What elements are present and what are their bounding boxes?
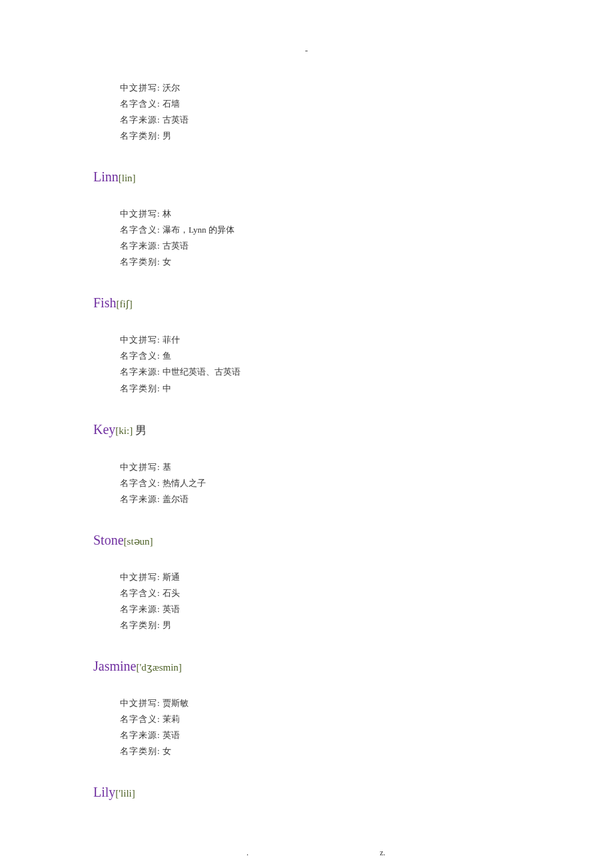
row-value: 中 bbox=[163, 383, 171, 393]
row-value: 沃尔 bbox=[163, 83, 180, 93]
detail-row: 名字类别: 中 bbox=[120, 381, 520, 397]
row-value: 菲什 bbox=[163, 335, 180, 345]
detail-row: 中文拼写: 基 bbox=[120, 459, 520, 475]
entry-heading: Jasmine['dʒæsmin] bbox=[93, 659, 520, 674]
detail-row: 中文拼写: 沃尔 bbox=[120, 80, 520, 96]
detail-row: 名字来源: 英语 bbox=[120, 601, 520, 617]
row-label: 中文拼写: bbox=[120, 462, 161, 472]
row-label: 名字类别: bbox=[120, 257, 161, 267]
row-label: 中文拼写: bbox=[120, 698, 161, 708]
row-label: 名字含义: bbox=[120, 351, 161, 361]
entry-pronunciation: [fiʃ] bbox=[116, 299, 132, 309]
row-value: 基 bbox=[163, 462, 171, 472]
entry-name: Key bbox=[93, 422, 115, 437]
row-value: 女 bbox=[163, 746, 171, 756]
row-label: 名字来源: bbox=[120, 115, 161, 125]
row-label: 名字类别: bbox=[120, 131, 161, 141]
row-label: 名字来源: bbox=[120, 367, 161, 377]
detail-row: 名字来源: 中世纪英语、古英语 bbox=[120, 364, 520, 380]
entry-pronunciation: [ki:] bbox=[115, 425, 133, 436]
entry-heading: Stone[stəun] bbox=[93, 533, 520, 548]
detail-row: 名字来源: 盖尔语 bbox=[120, 491, 520, 507]
detail-row: 名字来源: 古英语 bbox=[120, 238, 520, 254]
row-value: 英语 bbox=[163, 730, 180, 740]
detail-row: 名字含义: 石墙 bbox=[120, 96, 520, 112]
entry-details: 中文拼写: 贾斯敏 名字含义: 茉莉 名字来源: 英语 名字类别: 女 bbox=[93, 695, 520, 759]
name-entry: 中文拼写: 沃尔 名字含义: 石墙 名字来源: 古英语 名字类别: 男 bbox=[93, 80, 520, 144]
detail-row: 名字类别: 男 bbox=[120, 128, 520, 144]
row-value: 英语 bbox=[163, 604, 180, 614]
entry-details: 中文拼写: 斯通 名字含义: 石头 名字来源: 英语 名字类别: 男 bbox=[93, 569, 520, 633]
detail-row: 名字类别: 男 bbox=[120, 617, 520, 633]
row-label: 名字含义: bbox=[120, 478, 161, 488]
row-label: 名字含义: bbox=[120, 99, 161, 109]
entry-extra: 男 bbox=[135, 424, 147, 437]
footer-z: z. bbox=[380, 848, 385, 858]
row-label: 名字含义: bbox=[120, 714, 161, 724]
name-entry: Jasmine['dʒæsmin] 中文拼写: 贾斯敏 名字含义: 茉莉 名字来… bbox=[93, 659, 520, 759]
row-label: 中文拼写: bbox=[120, 83, 161, 93]
detail-row: 名字含义: 瀑布，Lynn 的异体 bbox=[120, 222, 520, 238]
entry-heading: Lily['lili] bbox=[93, 785, 520, 800]
entry-name: Jasmine bbox=[93, 659, 136, 673]
detail-row: 中文拼写: 菲什 bbox=[120, 332, 520, 348]
row-value: 男 bbox=[163, 131, 171, 141]
name-entry: Stone[stəun] 中文拼写: 斯通 名字含义: 石头 名字来源: 英语 … bbox=[93, 533, 520, 633]
detail-row: 名字含义: 石头 bbox=[120, 585, 520, 601]
row-label: 中文拼写: bbox=[120, 572, 161, 582]
entry-details: 中文拼写: 沃尔 名字含义: 石墙 名字来源: 古英语 名字类别: 男 bbox=[93, 80, 520, 144]
entry-pronunciation: [lin] bbox=[119, 173, 136, 183]
row-label: 名字类别: bbox=[120, 620, 161, 630]
row-value: 瀑布，Lynn 的异体 bbox=[163, 225, 235, 235]
row-label: 中文拼写: bbox=[120, 209, 161, 219]
row-label: 名字类别: bbox=[120, 746, 161, 756]
row-value: 热情人之子 bbox=[163, 478, 206, 488]
row-value: 古英语 bbox=[163, 241, 189, 251]
name-entry: Fish[fiʃ] 中文拼写: 菲什 名字含义: 鱼 名字来源: 中世纪英语、古… bbox=[93, 295, 520, 396]
detail-row: 名字类别: 女 bbox=[120, 254, 520, 270]
row-value: 斯通 bbox=[163, 572, 180, 582]
entry-pronunciation: [stəun] bbox=[124, 536, 153, 547]
entry-name: Stone bbox=[93, 533, 124, 547]
row-value: 古英语 bbox=[163, 115, 189, 125]
row-value: 石头 bbox=[163, 588, 180, 598]
row-label: 名字来源: bbox=[120, 604, 161, 614]
entry-heading: Fish[fiʃ] bbox=[93, 295, 520, 311]
detail-row: 中文拼写: 林 bbox=[120, 206, 520, 222]
row-label: 名字来源: bbox=[120, 241, 161, 251]
detail-row: 名字类别: 女 bbox=[120, 743, 520, 759]
row-value: 女 bbox=[163, 257, 171, 267]
row-value: 盖尔语 bbox=[163, 494, 189, 504]
entry-heading: Linn[lin] bbox=[93, 169, 520, 185]
detail-row: 名字含义: 鱼 bbox=[120, 348, 520, 364]
row-label: 名字含义: bbox=[120, 588, 161, 598]
page-header-mark: - bbox=[0, 45, 613, 56]
row-label: 中文拼写: bbox=[120, 335, 161, 345]
page-content: 中文拼写: 沃尔 名字含义: 石墙 名字来源: 古英语 名字类别: 男 Linn… bbox=[0, 0, 613, 800]
entry-details: 中文拼写: 基 名字含义: 热情人之子 名字来源: 盖尔语 bbox=[93, 459, 520, 507]
entry-details: 中文拼写: 菲什 名字含义: 鱼 名字来源: 中世纪英语、古英语 名字类别: 中 bbox=[93, 332, 520, 396]
entry-pronunciation: ['dʒæsmin] bbox=[136, 662, 181, 673]
entry-pronunciation: ['lili] bbox=[115, 788, 135, 799]
row-value: 贾斯敏 bbox=[163, 698, 189, 708]
row-label: 名字类别: bbox=[120, 383, 161, 393]
entry-details: 中文拼写: 林 名字含义: 瀑布，Lynn 的异体 名字来源: 古英语 名字类别… bbox=[93, 206, 520, 270]
entry-name: Lily bbox=[93, 785, 115, 799]
detail-row: 名字含义: 茉莉 bbox=[120, 711, 520, 727]
name-entry: Linn[lin] 中文拼写: 林 名字含义: 瀑布，Lynn 的异体 名字来源… bbox=[93, 169, 520, 270]
detail-row: 名字来源: 古英语 bbox=[120, 112, 520, 128]
name-entry: Key[ki:]男 中文拼写: 基 名字含义: 热情人之子 名字来源: 盖尔语 bbox=[93, 422, 520, 507]
row-value: 中世纪英语、古英语 bbox=[163, 367, 241, 377]
entry-name: Linn bbox=[93, 169, 119, 184]
footer-dot: . bbox=[247, 848, 249, 858]
detail-row: 中文拼写: 斯通 bbox=[120, 569, 520, 585]
entry-heading: Key[ki:]男 bbox=[93, 422, 520, 438]
row-value: 茉莉 bbox=[163, 714, 180, 724]
row-label: 名字来源: bbox=[120, 494, 161, 504]
row-label: 名字含义: bbox=[120, 225, 161, 235]
detail-row: 名字来源: 英语 bbox=[120, 727, 520, 743]
row-value: 林 bbox=[163, 209, 171, 219]
name-entry: Lily['lili] bbox=[93, 785, 520, 800]
detail-row: 名字含义: 热情人之子 bbox=[120, 475, 520, 491]
entry-name: Fish bbox=[93, 295, 116, 310]
